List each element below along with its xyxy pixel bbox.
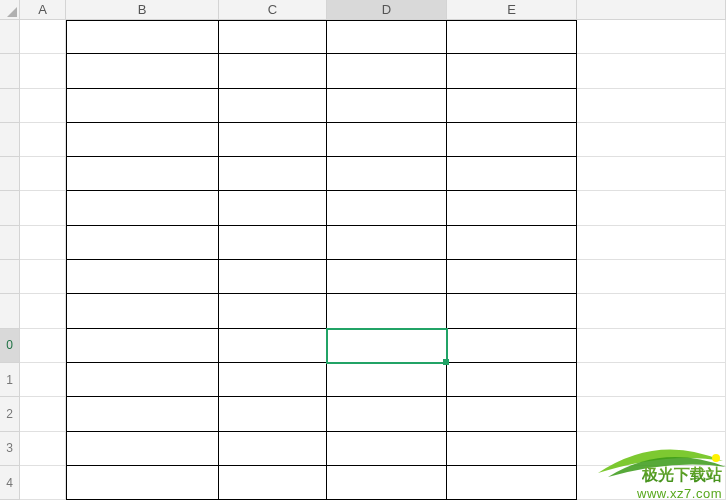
cell[interactable] (66, 20, 219, 54)
cell[interactable] (20, 123, 66, 157)
cell[interactable] (577, 20, 726, 54)
col-header-C[interactable]: C (219, 0, 327, 20)
cell[interactable] (447, 89, 577, 123)
cell[interactable] (219, 157, 327, 191)
cell[interactable] (447, 329, 577, 363)
cell[interactable] (219, 294, 327, 328)
cell[interactable] (447, 397, 577, 431)
cell[interactable] (327, 54, 447, 88)
active-cell[interactable] (327, 329, 447, 363)
cell[interactable] (327, 363, 447, 397)
cell[interactable] (327, 466, 447, 500)
cell[interactable] (577, 54, 726, 88)
cell[interactable] (447, 432, 577, 466)
cell[interactable] (219, 89, 327, 123)
cell[interactable] (66, 329, 219, 363)
cell[interactable] (20, 329, 66, 363)
cell[interactable] (577, 191, 726, 225)
cell[interactable] (20, 397, 66, 431)
cell[interactable] (327, 294, 447, 328)
cell[interactable] (20, 260, 66, 294)
cell[interactable] (20, 191, 66, 225)
cell[interactable] (577, 363, 726, 397)
cell[interactable] (447, 54, 577, 88)
cell[interactable] (219, 20, 327, 54)
cell[interactable] (66, 54, 219, 88)
cell[interactable] (219, 329, 327, 363)
cell[interactable] (20, 20, 66, 54)
cell[interactable] (20, 466, 66, 500)
row-header[interactable] (0, 123, 20, 157)
cell[interactable] (20, 226, 66, 260)
cell[interactable] (66, 191, 219, 225)
cell[interactable] (327, 157, 447, 191)
cell[interactable] (219, 54, 327, 88)
col-header-A[interactable]: A (20, 0, 66, 20)
cell[interactable] (447, 123, 577, 157)
row-header[interactable] (0, 294, 20, 328)
cell[interactable] (327, 20, 447, 54)
cell[interactable] (327, 397, 447, 431)
cell[interactable] (447, 20, 577, 54)
cell[interactable] (447, 191, 577, 225)
cell[interactable] (20, 54, 66, 88)
row-header[interactable]: 1 (0, 363, 20, 397)
row-header[interactable]: 2 (0, 397, 20, 431)
cell[interactable] (577, 123, 726, 157)
cell[interactable] (327, 89, 447, 123)
cell[interactable] (219, 363, 327, 397)
cell[interactable] (20, 89, 66, 123)
cell[interactable] (327, 226, 447, 260)
select-all-corner[interactable] (0, 0, 20, 20)
cell[interactable] (66, 260, 219, 294)
col-header-E[interactable]: E (447, 0, 577, 20)
row-header[interactable]: 0 (0, 329, 20, 363)
cell[interactable] (219, 260, 327, 294)
row-header[interactable]: 3 (0, 432, 20, 466)
cell[interactable] (66, 432, 219, 466)
cell[interactable] (577, 294, 726, 328)
cell[interactable] (577, 226, 726, 260)
cell[interactable] (20, 432, 66, 466)
col-header-blank[interactable] (577, 0, 726, 20)
row-header[interactable] (0, 89, 20, 123)
cell[interactable] (66, 294, 219, 328)
cell[interactable] (577, 397, 726, 431)
row-header[interactable] (0, 54, 20, 88)
cell[interactable] (447, 226, 577, 260)
cell[interactable] (219, 226, 327, 260)
cell[interactable] (66, 466, 219, 500)
cell[interactable] (577, 157, 726, 191)
cell[interactable] (20, 363, 66, 397)
cell[interactable] (219, 123, 327, 157)
cell[interactable] (66, 157, 219, 191)
cell[interactable] (66, 363, 219, 397)
cell[interactable] (447, 260, 577, 294)
row-header[interactable] (0, 226, 20, 260)
cell[interactable] (327, 260, 447, 294)
cell[interactable] (66, 397, 219, 431)
cell[interactable] (20, 157, 66, 191)
cell[interactable] (447, 466, 577, 500)
cell[interactable] (577, 89, 726, 123)
row-header[interactable] (0, 20, 20, 54)
row-header[interactable] (0, 191, 20, 225)
cell[interactable] (66, 226, 219, 260)
cell[interactable] (327, 123, 447, 157)
cell[interactable] (66, 89, 219, 123)
cell[interactable] (219, 191, 327, 225)
row-header[interactable]: 4 (0, 466, 20, 500)
cell[interactable] (219, 432, 327, 466)
cell[interactable] (447, 157, 577, 191)
col-header-B[interactable]: B (66, 0, 219, 20)
row-header[interactable] (0, 157, 20, 191)
cell[interactable] (577, 329, 726, 363)
cell[interactable] (219, 397, 327, 431)
cell[interactable] (327, 432, 447, 466)
cell[interactable] (447, 363, 577, 397)
cell[interactable] (219, 466, 327, 500)
col-header-D[interactable]: D (327, 0, 447, 20)
cell[interactable] (577, 260, 726, 294)
cell[interactable] (327, 191, 447, 225)
cell[interactable] (20, 294, 66, 328)
